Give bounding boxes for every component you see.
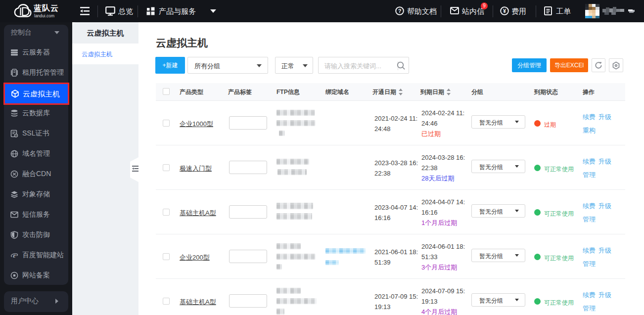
svg-text:¥: ¥ [503, 8, 506, 14]
svg-text:e: e [13, 252, 16, 259]
svg-text:?: ? [398, 8, 402, 14]
